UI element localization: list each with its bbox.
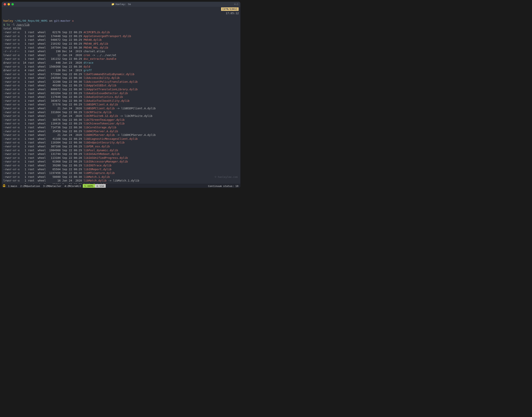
command-flag: -l bbox=[11, 23, 15, 26]
list-item: -rwxr-xr-x 1 root wheel 307168 Sep 22 08… bbox=[3, 145, 239, 148]
list-item: -rwxr-xr-x 1 root wheel 600672 Sep 22 08… bbox=[3, 88, 239, 92]
list-item: -rwxr-xr-x 1 root wheel 58080 Sep 22 08:… bbox=[3, 175, 239, 179]
list-item: -rwxr-xr-x 1 root wheel 117648 Sep 22 08… bbox=[3, 95, 239, 99]
tmux-statusbar[interactable]: 😎 1:main2:ZRQuotation3:ZRDetailer4:ZRCor… bbox=[2, 184, 240, 188]
command-name: ls bbox=[7, 23, 10, 26]
list-item: -rwxr-xr-x 1 root wheel 243584 Sep 22 08… bbox=[3, 76, 239, 80]
clock: 17:05:12 bbox=[2, 11, 240, 15]
list-item: -rwxr-xr-x 1 root wheel 41168 Sep 22 08:… bbox=[3, 137, 239, 141]
list-item: -rwxr-xr-x 1 root wheel 714736 Sep 22 08… bbox=[3, 125, 239, 129]
total-line: total 65296 bbox=[3, 27, 21, 30]
list-item: lrwxr-xr-x 1 root wheel 17 Jan 24 2020 l… bbox=[3, 114, 239, 118]
list-item: drwxr-xr-x 14 root wheel 448 Jan 23 2020… bbox=[3, 61, 239, 65]
list-item: -rwxr-xr-x 1 root wheel 35456 Sep 22 08:… bbox=[3, 129, 239, 133]
tmux-window[interactable]: 4:ZRCoreKit bbox=[63, 184, 83, 188]
list-item: -rwxr-xr-x 1 root wheel 174448 Sep 22 08… bbox=[3, 34, 239, 38]
list-item: -rwxr-xr-x 1 root wheel 573984 Sep 22 08… bbox=[3, 73, 239, 76]
list-item: -rwxr-xr-x 1 root wheel 65504 Sep 22 08:… bbox=[3, 167, 239, 171]
list-item: -rwxr-xr-x 1 root wheel 1984960 Sep 22 0… bbox=[3, 148, 239, 152]
command-line: $ ls -l /usr/lib bbox=[3, 23, 30, 26]
list-item: lrwxr-xr-x 1 root wheel 21 Jan 24 2020 l… bbox=[3, 133, 239, 137]
list-item: -rwxr-xr-x 1 root wheel 131744 Sep 22 08… bbox=[3, 152, 239, 156]
list-item: drwxr-xr-x 4 root wheel 128 Dec 14 2019 … bbox=[3, 69, 239, 73]
list-item: -rwxr-xr-x 1 root wheel 49168 Sep 22 08:… bbox=[3, 84, 239, 88]
window-title-text: Hanley: tm bbox=[116, 2, 131, 6]
list-item: -rwxr-xr-x 1 root wheel 39280 Sep 22 08:… bbox=[3, 164, 239, 167]
prompt-dirty: x bbox=[72, 19, 74, 22]
prompt-user: hanley bbox=[3, 19, 13, 22]
prompt-git-label: git: bbox=[54, 19, 61, 22]
tmux-window[interactable]: 3:ZRDetailer bbox=[42, 184, 63, 188]
list-item: -rwxr-xr-x 1 root wheel 181152 Sep 22 08… bbox=[3, 57, 239, 61]
prompt-dollar: $ bbox=[3, 23, 5, 26]
list-item: -rwxr-xr-x 1 root wheel 113184 Sep 22 08… bbox=[3, 156, 239, 160]
list-item: -rwxr-xr-x 1 root wheel 1197456 Sep 22 0… bbox=[3, 171, 239, 175]
list-item: -rwxr-xr-x 1 root wheel 663264 Sep 22 08… bbox=[3, 92, 239, 95]
file-listing: -rwxr-xr-x 1 root wheel 62176 Sep 22 08:… bbox=[3, 31, 239, 184]
list-item: -r--r--r-- 1 root wheel 198 Dec 14 2019 … bbox=[3, 50, 239, 53]
list-item: -rwxr-xr-x 1 root wheel 107504 Sep 22 08… bbox=[3, 46, 239, 50]
prompt-path: ~/HL/00_Repo/00_HKMS bbox=[15, 19, 48, 22]
prompt-line: hanley ~/HL/00_Repo/00_HKMS on git:maste… bbox=[3, 19, 74, 22]
tmux-window[interactable]: 6:SSH bbox=[95, 184, 106, 188]
list-item: -rwxr-xr-x 1 root wheel 948672 Sep 22 08… bbox=[3, 38, 239, 42]
title-shortcut: ⌘⇧1 bbox=[234, 3, 239, 6]
tmux-window[interactable]: 5:HKMS bbox=[83, 184, 95, 188]
prompt-on: on bbox=[49, 19, 53, 22]
list-item: -rwxr-xr-x 1 root wheel 383872 Sep 22 08… bbox=[3, 99, 239, 103]
list-item: -rwxr-xr-x 1 root wheel 57376 Sep 22 08:… bbox=[3, 103, 239, 107]
top-right-info: [276/1341] bbox=[2, 7, 240, 11]
list-item: -rwxr-xr-x 1 root wheel 61968 Sep 22 08:… bbox=[3, 160, 239, 164]
command-arg: /usr/lib bbox=[16, 23, 29, 26]
terminal-content[interactable]: hanley ~/HL/00_Repo/00_HKMS on git:maste… bbox=[2, 15, 240, 184]
list-item: -rwxr-xr-x 1 root wheel 62176 Sep 22 08:… bbox=[3, 31, 239, 34]
list-item: -rwxr-xr-x 1 root wheel 32288 Sep 22 08:… bbox=[3, 80, 239, 84]
window-title: 📁 Hanley: tm bbox=[2, 2, 240, 6]
prompt-branch: master bbox=[61, 19, 71, 22]
list-item: lrwxr-xr-x 1 root wheel 16 Jan 24 2020 l… bbox=[3, 179, 239, 183]
tmux-window[interactable]: 1:main bbox=[6, 184, 19, 188]
history-count: [276/1341] bbox=[221, 7, 239, 11]
status-right: Continuum status: 10 bbox=[206, 184, 240, 188]
list-item: lrwxr-xr-x 1 root wheel 12 Jan 24 2020 c… bbox=[3, 53, 239, 57]
folder-icon: 📁 bbox=[111, 2, 114, 6]
list-item: -rwxr-xr-x 1 root wheel 38576 Sep 22 08:… bbox=[3, 118, 239, 122]
list-item: -rwxr-xr-x 1 root wheel 1568368 Sep 22 0… bbox=[3, 65, 239, 69]
status-face-icon: 😎 bbox=[2, 184, 6, 188]
list-item: -rwxr-xr-x 1 root wheel 210192 Sep 22 08… bbox=[3, 42, 239, 46]
list-item: -rwxr-xr-x 1 root wheel 95664 Sep 22 08:… bbox=[3, 183, 239, 184]
list-item: lrwxr-xr-x 1 root wheel 21 Jan 24 2020 l… bbox=[3, 107, 239, 110]
terminal-window: 📁 Hanley: tm ⌘⇧1 [276/1341] 17:05:12 han… bbox=[1, 1, 240, 188]
tmux-windows: 1:main2:ZRQuotation3:ZRDetailer4:ZRCoreK… bbox=[6, 184, 106, 188]
list-item: -rwxr-xr-x 1 root wheel 110304 Sep 22 08… bbox=[3, 141, 239, 145]
tmux-window[interactable]: 2:ZRQuotation bbox=[19, 184, 42, 188]
list-item: -rwxr-xr-x 1 root wheel 331664 Sep 22 08… bbox=[3, 110, 239, 114]
watermark: © hanleylee.com bbox=[215, 175, 238, 179]
titlebar[interactable]: 📁 Hanley: tm ⌘⇧1 bbox=[2, 2, 240, 7]
list-item: -rwxr-xr-x 1 root wheel 110416 Sep 22 08… bbox=[3, 122, 239, 125]
